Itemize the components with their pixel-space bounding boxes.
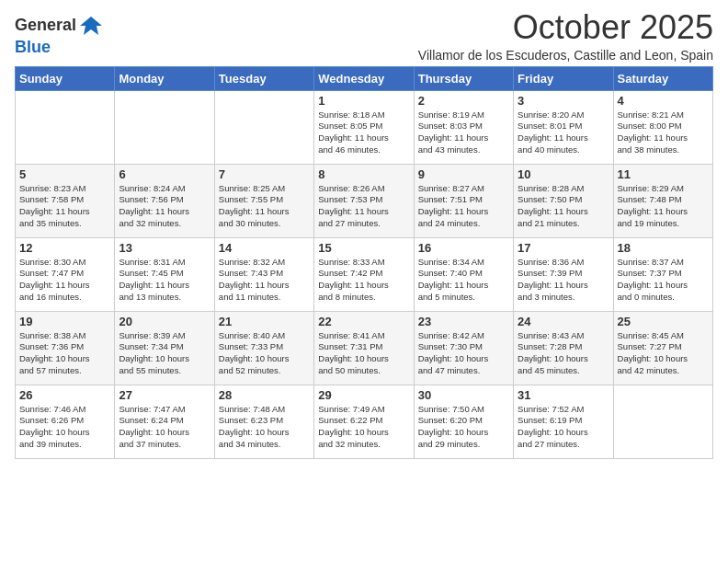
day-number: 16 <box>418 241 509 255</box>
logo-bird-icon <box>78 13 104 39</box>
calendar-week-row: 5Sunrise: 8:23 AM Sunset: 7:58 PM Daylig… <box>16 164 713 237</box>
logo: General Blue <box>15 13 104 57</box>
day-info: Sunrise: 8:33 AM Sunset: 7:42 PM Dayligh… <box>318 257 409 304</box>
day-info: Sunrise: 8:32 AM Sunset: 7:43 PM Dayligh… <box>219 257 310 304</box>
day-number: 10 <box>518 167 609 181</box>
day-info: Sunrise: 8:21 AM Sunset: 8:00 PM Dayligh… <box>618 109 709 156</box>
day-info: Sunrise: 7:46 AM Sunset: 6:26 PM Dayligh… <box>19 404 110 451</box>
day-info: Sunrise: 8:38 AM Sunset: 7:36 PM Dayligh… <box>19 330 110 377</box>
day-number: 5 <box>19 167 110 181</box>
day-number: 20 <box>119 315 210 328</box>
table-row <box>115 90 214 164</box>
day-info: Sunrise: 8:23 AM Sunset: 7:58 PM Dayligh… <box>19 183 110 230</box>
day-info: Sunrise: 8:43 AM Sunset: 7:28 PM Dayligh… <box>518 330 609 377</box>
title-block: October 2025 Villamor de los Escuderos, … <box>418 9 713 63</box>
table-row: 31Sunrise: 7:52 AM Sunset: 6:19 PM Dayli… <box>514 385 613 458</box>
day-info: Sunrise: 8:24 AM Sunset: 7:56 PM Dayligh… <box>119 183 210 230</box>
day-number: 9 <box>418 167 509 181</box>
table-row: 22Sunrise: 8:41 AM Sunset: 7:31 PM Dayli… <box>314 311 414 385</box>
day-number: 4 <box>618 94 709 108</box>
table-row: 21Sunrise: 8:40 AM Sunset: 7:33 PM Dayli… <box>214 311 313 385</box>
day-number: 15 <box>318 241 409 255</box>
day-info: Sunrise: 8:45 AM Sunset: 7:27 PM Dayligh… <box>618 330 709 377</box>
table-row: 20Sunrise: 8:39 AM Sunset: 7:34 PM Dayli… <box>115 311 214 385</box>
table-row: 1Sunrise: 8:18 AM Sunset: 8:05 PM Daylig… <box>314 90 414 164</box>
table-row: 4Sunrise: 8:21 AM Sunset: 8:00 PM Daylig… <box>613 90 712 164</box>
day-info: Sunrise: 8:30 AM Sunset: 7:47 PM Dayligh… <box>19 257 110 304</box>
calendar-week-row: 1Sunrise: 8:18 AM Sunset: 8:05 PM Daylig… <box>16 90 713 164</box>
table-row: 11Sunrise: 8:29 AM Sunset: 7:48 PM Dayli… <box>613 164 712 237</box>
col-thursday: Thursday <box>414 66 513 90</box>
day-number: 1 <box>318 94 409 108</box>
day-info: Sunrise: 8:39 AM Sunset: 7:34 PM Dayligh… <box>119 330 210 377</box>
day-number: 30 <box>418 388 509 402</box>
day-info: Sunrise: 8:40 AM Sunset: 7:33 PM Dayligh… <box>219 330 310 377</box>
day-number: 8 <box>318 167 409 181</box>
col-saturday: Saturday <box>613 66 712 90</box>
day-number: 28 <box>219 388 310 402</box>
table-row: 12Sunrise: 8:30 AM Sunset: 7:47 PM Dayli… <box>16 237 115 311</box>
table-row: 2Sunrise: 8:19 AM Sunset: 8:03 PM Daylig… <box>414 90 513 164</box>
table-row <box>613 385 712 458</box>
day-number: 27 <box>119 388 210 402</box>
table-row: 29Sunrise: 7:49 AM Sunset: 6:22 PM Dayli… <box>314 385 414 458</box>
day-number: 18 <box>618 241 709 255</box>
day-number: 19 <box>19 315 110 328</box>
col-tuesday: Tuesday <box>214 66 313 90</box>
table-row: 5Sunrise: 8:23 AM Sunset: 7:58 PM Daylig… <box>16 164 115 237</box>
table-row: 16Sunrise: 8:34 AM Sunset: 7:40 PM Dayli… <box>414 237 513 311</box>
day-info: Sunrise: 8:37 AM Sunset: 7:37 PM Dayligh… <box>618 257 709 304</box>
col-monday: Monday <box>115 66 214 90</box>
day-number: 3 <box>518 94 609 108</box>
day-number: 21 <box>219 315 310 328</box>
table-row: 3Sunrise: 8:20 AM Sunset: 8:01 PM Daylig… <box>514 90 613 164</box>
day-number: 23 <box>418 315 509 328</box>
table-row: 13Sunrise: 8:31 AM Sunset: 7:45 PM Dayli… <box>115 237 214 311</box>
day-number: 14 <box>219 241 310 255</box>
day-number: 17 <box>518 241 609 255</box>
table-row: 15Sunrise: 8:33 AM Sunset: 7:42 PM Dayli… <box>314 237 414 311</box>
day-info: Sunrise: 8:27 AM Sunset: 7:51 PM Dayligh… <box>418 183 509 230</box>
calendar-week-row: 12Sunrise: 8:30 AM Sunset: 7:47 PM Dayli… <box>16 237 713 311</box>
day-info: Sunrise: 8:41 AM Sunset: 7:31 PM Dayligh… <box>318 330 409 377</box>
calendar-week-row: 26Sunrise: 7:46 AM Sunset: 6:26 PM Dayli… <box>16 385 713 458</box>
table-row: 6Sunrise: 8:24 AM Sunset: 7:56 PM Daylig… <box>115 164 214 237</box>
day-info: Sunrise: 7:50 AM Sunset: 6:20 PM Dayligh… <box>418 404 509 451</box>
header: General Blue October 2025 Villamor de lo… <box>15 9 713 63</box>
day-info: Sunrise: 8:29 AM Sunset: 7:48 PM Dayligh… <box>618 183 709 230</box>
col-friday: Friday <box>514 66 613 90</box>
calendar-header-row: Sunday Monday Tuesday Wednesday Thursday… <box>16 66 713 90</box>
table-row: 19Sunrise: 8:38 AM Sunset: 7:36 PM Dayli… <box>16 311 115 385</box>
day-info: Sunrise: 8:18 AM Sunset: 8:05 PM Dayligh… <box>318 109 409 156</box>
day-number: 11 <box>618 167 709 181</box>
day-number: 6 <box>119 167 210 181</box>
day-info: Sunrise: 7:49 AM Sunset: 6:22 PM Dayligh… <box>318 404 409 451</box>
table-row: 10Sunrise: 8:28 AM Sunset: 7:50 PM Dayli… <box>514 164 613 237</box>
day-number: 22 <box>318 315 409 328</box>
logo-blue-text: Blue <box>15 38 51 56</box>
table-row: 14Sunrise: 8:32 AM Sunset: 7:43 PM Dayli… <box>214 237 313 311</box>
day-info: Sunrise: 8:26 AM Sunset: 7:53 PM Dayligh… <box>318 183 409 230</box>
calendar-week-row: 19Sunrise: 8:38 AM Sunset: 7:36 PM Dayli… <box>16 311 713 385</box>
table-row <box>214 90 313 164</box>
location: Villamor de los Escuderos, Castille and … <box>418 48 713 63</box>
page: General Blue October 2025 Villamor de lo… <box>0 0 728 563</box>
day-number: 29 <box>318 388 409 402</box>
calendar-table: Sunday Monday Tuesday Wednesday Thursday… <box>15 66 713 459</box>
day-info: Sunrise: 8:28 AM Sunset: 7:50 PM Dayligh… <box>518 183 609 230</box>
table-row: 30Sunrise: 7:50 AM Sunset: 6:20 PM Dayli… <box>414 385 513 458</box>
day-number: 12 <box>19 241 110 255</box>
table-row <box>16 90 115 164</box>
table-row: 27Sunrise: 7:47 AM Sunset: 6:24 PM Dayli… <box>115 385 214 458</box>
day-info: Sunrise: 8:20 AM Sunset: 8:01 PM Dayligh… <box>518 109 609 156</box>
table-row: 28Sunrise: 7:48 AM Sunset: 6:23 PM Dayli… <box>214 385 313 458</box>
table-row: 26Sunrise: 7:46 AM Sunset: 6:26 PM Dayli… <box>16 385 115 458</box>
table-row: 25Sunrise: 8:45 AM Sunset: 7:27 PM Dayli… <box>613 311 712 385</box>
table-row: 9Sunrise: 8:27 AM Sunset: 7:51 PM Daylig… <box>414 164 513 237</box>
day-info: Sunrise: 7:47 AM Sunset: 6:24 PM Dayligh… <box>119 404 210 451</box>
day-number: 7 <box>219 167 310 181</box>
month-title: October 2025 <box>418 9 713 46</box>
day-info: Sunrise: 8:36 AM Sunset: 7:39 PM Dayligh… <box>518 257 609 304</box>
day-number: 13 <box>119 241 210 255</box>
table-row: 18Sunrise: 8:37 AM Sunset: 7:37 PM Dayli… <box>613 237 712 311</box>
